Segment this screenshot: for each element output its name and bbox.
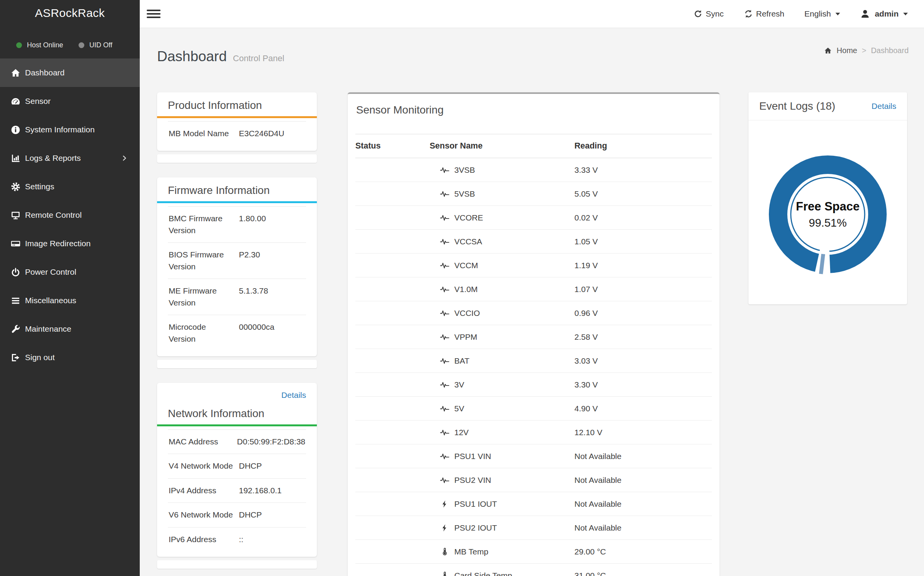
sidebar-item-label: Maintenance bbox=[25, 324, 71, 334]
sensor-row-vccm: VCCM1.19 V bbox=[355, 254, 712, 277]
waveform-icon bbox=[439, 332, 450, 342]
refresh-label: Refresh bbox=[756, 9, 785, 18]
info-circle-icon bbox=[9, 124, 22, 135]
sidebar-item-image-redirection[interactable]: Image Redirection bbox=[0, 229, 140, 258]
network-information-rows: MAC AddressD0:50:99:F2:D8:38V4 Network M… bbox=[157, 426, 317, 557]
sensor-reading: 12.10 V bbox=[574, 428, 712, 437]
sidebar: ASRockRack Host Online UID Off Dashboard… bbox=[0, 0, 140, 576]
sidebar-item-settings[interactable]: Settings bbox=[0, 172, 140, 201]
sensor-reading: 0.02 V bbox=[574, 213, 712, 222]
sensor-name: MB Temp bbox=[454, 547, 488, 556]
sidebar-item-maintenance[interactable]: Maintenance bbox=[0, 315, 140, 343]
network-information-card: Details Network Information MAC AddressD… bbox=[157, 383, 317, 557]
sensor-row-bat: BAT3.03 V bbox=[355, 349, 712, 373]
main-content: Dashboard Control Panel Home > Dashboard… bbox=[140, 28, 924, 576]
info-label: MB Model Name bbox=[169, 128, 239, 139]
sensor-reading: 29.00 °C bbox=[574, 547, 712, 556]
info-value: 000000ca bbox=[239, 321, 306, 345]
sidebar-item-logs-reports[interactable]: Logs & Reports bbox=[0, 144, 140, 172]
column-sensor-name: Sensor Name bbox=[430, 141, 574, 151]
sync-button[interactable]: Sync bbox=[693, 9, 724, 18]
info-label: IPv4 Address bbox=[169, 485, 239, 496]
sidebar-item-label: Dashboard bbox=[25, 68, 65, 77]
waveform-icon bbox=[439, 427, 450, 437]
sensor-reading: 3.33 V bbox=[574, 165, 712, 175]
info-value: :: bbox=[239, 534, 306, 545]
sensor-row-5vsb: 5VSB5.05 V bbox=[355, 182, 712, 206]
sensor-row-vccio: VCCIO0.96 V bbox=[355, 301, 712, 325]
sensor-reading: 5.05 V bbox=[574, 189, 712, 199]
drive-icon bbox=[9, 238, 22, 249]
info-label: BMC Firmware Version bbox=[169, 213, 239, 236]
sidebar-item-label: System Information bbox=[25, 125, 95, 134]
list-icon bbox=[9, 295, 22, 306]
network-details-link[interactable]: Details bbox=[281, 391, 306, 400]
network-information-title: Network Information bbox=[168, 407, 306, 420]
username-label: admin bbox=[875, 9, 899, 18]
sidebar-item-power-control[interactable]: Power Control bbox=[0, 258, 140, 286]
sensor-name: PSU2 IOUT bbox=[454, 523, 497, 533]
sensor-row-psu2-iout: PSU2 IOUTNot Available bbox=[355, 516, 712, 540]
sensor-name: PSU1 IOUT bbox=[454, 499, 497, 509]
free-space-label: Free Space bbox=[796, 200, 859, 214]
waveform-icon bbox=[439, 284, 450, 294]
user-menu[interactable]: admin bbox=[860, 9, 908, 19]
sidebar-item-miscellaneous[interactable]: Miscellaneous bbox=[0, 286, 140, 315]
sensor-row-vppm: VPPM2.58 V bbox=[355, 325, 712, 349]
uid-status: UID Off bbox=[79, 41, 112, 49]
language-dropdown[interactable]: English bbox=[804, 9, 840, 18]
uid-off-dot bbox=[79, 42, 84, 48]
firmware-information-rows: BMC Firmware Version1.80.00BIOS Firmware… bbox=[157, 203, 317, 356]
monitor-icon bbox=[9, 209, 22, 221]
sensor-name: BAT bbox=[454, 356, 469, 366]
sync-label: Sync bbox=[706, 9, 724, 18]
sidebar-item-label: Sign out bbox=[25, 353, 55, 362]
sensor-name: 12V bbox=[454, 428, 469, 437]
sidebar-item-dashboard[interactable]: Dashboard bbox=[0, 58, 140, 87]
info-value: P2.30 bbox=[239, 249, 306, 272]
topbar: Sync Refresh English admin bbox=[140, 0, 924, 28]
sensor-name: PSU1 VIN bbox=[454, 452, 491, 461]
sensor-reading: 3.30 V bbox=[574, 380, 712, 389]
sensor-name: Card Side Temp bbox=[454, 571, 512, 576]
info-label: V4 Network Mode bbox=[169, 460, 239, 472]
sidebar-item-label: Remote Control bbox=[25, 210, 82, 220]
firmware-information-title: Firmware Information bbox=[168, 184, 306, 197]
host-online-status: Host Online bbox=[16, 41, 63, 49]
refresh-button[interactable]: Refresh bbox=[744, 9, 785, 18]
info-label: ME Firmware Version bbox=[169, 285, 239, 309]
column-status: Status bbox=[355, 141, 430, 151]
column-reading: Reading bbox=[574, 141, 712, 151]
sidebar-item-sensor[interactable]: Sensor bbox=[0, 87, 140, 115]
sidebar-item-remote-control[interactable]: Remote Control bbox=[0, 201, 140, 229]
event-logs-title: Event Logs (18) bbox=[759, 100, 835, 112]
sensor-name: VCCSA bbox=[454, 237, 482, 246]
network-card-footer bbox=[157, 560, 317, 569]
sidebar-menu: DashboardSensorSystem InformationLogs & … bbox=[0, 58, 140, 372]
sensor-row-vccsa: VCCSA1.05 V bbox=[355, 230, 712, 254]
thermometer-icon bbox=[439, 547, 450, 557]
sensor-row-card-side-temp: Card Side Temp31.00 °C bbox=[355, 564, 712, 576]
sidebar-item-label: Sensor bbox=[25, 97, 51, 106]
hamburger-menu-icon[interactable] bbox=[147, 8, 161, 20]
network-row-ipv6-address: IPv6 Address:: bbox=[168, 527, 306, 551]
event-logs-details-link[interactable]: Details bbox=[872, 102, 896, 111]
event-logs-panel: Event Logs (18) Details Free Space 99.51… bbox=[748, 92, 907, 304]
page-subtitle: Control Panel bbox=[233, 53, 284, 63]
sensor-reading: Not Available bbox=[574, 452, 712, 461]
breadcrumb-home[interactable]: Home bbox=[837, 46, 857, 55]
host-online-dot bbox=[16, 42, 22, 48]
sensor-row-3vsb: 3VSB3.33 V bbox=[355, 158, 712, 182]
info-column: Product Information MB Model NameE3C246D… bbox=[157, 92, 317, 576]
sensor-reading: 2.58 V bbox=[574, 332, 712, 342]
firmware-row-microcode-version: Microcode Version000000ca bbox=[168, 315, 306, 351]
sensor-reading: 0.96 V bbox=[574, 309, 712, 318]
sidebar-item-sign-out[interactable]: Sign out bbox=[0, 343, 140, 372]
thermometer-icon bbox=[439, 571, 450, 576]
sidebar-item-label: Power Control bbox=[25, 267, 76, 277]
topbar-actions: Sync Refresh English admin bbox=[693, 9, 908, 19]
sensor-reading: 4.90 V bbox=[574, 404, 712, 413]
sensor-row-12v: 12V12.10 V bbox=[355, 421, 712, 444]
sign-out-icon bbox=[9, 352, 22, 363]
sidebar-item-system-information[interactable]: System Information bbox=[0, 115, 140, 144]
